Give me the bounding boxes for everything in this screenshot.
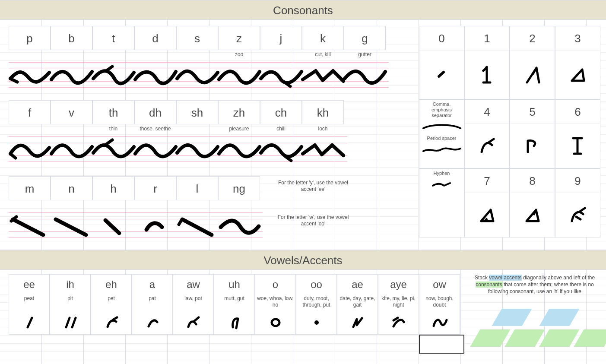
vowel-glyph-ee xyxy=(9,311,49,334)
num-head: 8 xyxy=(510,169,555,193)
glyph-strip-row3 xyxy=(9,210,263,241)
vowel-glyph-oo xyxy=(296,311,336,334)
vowel-hint: pit xyxy=(50,294,90,311)
cons-letter: t xyxy=(92,26,134,50)
vowel-hint: mutt, gut xyxy=(214,294,254,311)
cons-hint: chill xyxy=(260,124,302,134)
cons-letter: b xyxy=(51,26,92,50)
vowel-glyph-ow xyxy=(419,311,460,334)
diamond-illustration xyxy=(462,309,605,361)
vowel-hint: pet xyxy=(91,294,131,311)
num-head: 2 xyxy=(510,26,555,51)
vowel-sym: ae xyxy=(337,275,378,294)
num-glyph-9 xyxy=(555,193,600,237)
cons-letter: g xyxy=(344,26,386,50)
numbers-panel: 0 1 2 3 Comma, emphasis separator Period… xyxy=(419,26,600,237)
cons-hint xyxy=(51,124,92,134)
cons-letter: dh xyxy=(134,100,176,124)
cons-letter: ch xyxy=(260,100,302,124)
num-head: 6 xyxy=(555,100,600,124)
cons-hint xyxy=(176,200,218,210)
num-head: 9 xyxy=(555,169,600,193)
num-glyph-0 xyxy=(419,51,464,99)
vowel-sym: aw xyxy=(173,275,213,294)
consonants-header: Consonants xyxy=(0,0,606,20)
cons-letter: sh xyxy=(176,100,218,124)
vowel-sym: o xyxy=(255,275,295,294)
cons-letter: d xyxy=(134,26,176,50)
cons-hint: gutter xyxy=(344,50,386,60)
consonant-row-2: f v th dh sh zh ch kh thin those, seethe… xyxy=(9,100,347,165)
cons-hint xyxy=(260,50,302,60)
cons-hint xyxy=(9,124,51,134)
cons-letter: p xyxy=(9,26,51,50)
cons-hint: thin xyxy=(92,124,134,134)
consonant-row-1: p b t d s z j k g zoo cut, kill gutter xyxy=(9,26,389,91)
vowel-table: eepeat ihpit ehpet apat awlaw, pot uhmut… xyxy=(9,274,460,335)
svg-point-1 xyxy=(314,320,319,325)
stack-hint-text: that come after them; where there is no … xyxy=(488,282,594,294)
vowel-sym: uh xyxy=(214,275,254,294)
glyph-strip-row2 xyxy=(9,134,347,165)
cons-hint: pleasure xyxy=(218,124,260,134)
num-head: 0 xyxy=(419,26,464,51)
vowel-glyph-uh xyxy=(214,311,254,334)
num-glyph-7 xyxy=(465,193,509,237)
cons-hint xyxy=(92,200,134,210)
cons-hint xyxy=(176,124,218,134)
highlight-consonants: consonants xyxy=(476,282,502,288)
highlight-vowel-accents: vowel accents xyxy=(489,275,521,281)
cons-hint: those, seethe xyxy=(134,124,176,134)
num-head: 5 xyxy=(510,100,555,124)
cons-hint: cut, kill xyxy=(302,50,344,60)
vowel-hint: date, day, gate, gait xyxy=(337,294,378,311)
vowel-glyph-o xyxy=(255,311,295,334)
vowel-sym: aye xyxy=(378,275,419,294)
comma-label: Comma, emphasis separator xyxy=(419,100,464,120)
selected-cell[interactable] xyxy=(419,335,464,354)
vowel-glyph-aw xyxy=(173,311,213,334)
vowel-sym: oo xyxy=(296,275,336,294)
svg-point-0 xyxy=(272,319,279,326)
cons-letter: zh xyxy=(218,100,260,124)
vowel-hint: now, bough, doubt xyxy=(419,294,460,311)
vowel-glyph-aye xyxy=(378,311,419,334)
cons-hint xyxy=(9,50,51,60)
num-glyph-5 xyxy=(510,124,555,168)
cons-letter: v xyxy=(51,100,92,124)
num-glyph-3 xyxy=(555,51,600,99)
num-head: 4 xyxy=(465,100,509,124)
hyphen-glyph xyxy=(419,178,464,192)
num-glyph-6 xyxy=(555,124,600,168)
vowel-sym: ih xyxy=(50,275,90,294)
period-label: Period spacer xyxy=(419,134,464,143)
vowel-sym: ee xyxy=(9,275,49,294)
vowel-hint: woe, whoa, low, no xyxy=(255,294,295,311)
vowel-sym: a xyxy=(132,275,172,294)
consonant-row-3: m n h r l ng xyxy=(9,176,263,241)
cons-hint: loch xyxy=(302,124,344,134)
vowels-grid: eepeat ihpit ehpet apat awlaw, pot uhmut… xyxy=(0,270,606,364)
cons-letter: j xyxy=(260,26,302,50)
num-head: 3 xyxy=(555,26,600,51)
cons-letter: z xyxy=(218,26,260,50)
vowel-hint: kite, my, lie, pi, night xyxy=(378,294,419,311)
vowels-header: Vowels/Accents xyxy=(0,250,606,270)
comma-glyph xyxy=(419,120,464,134)
num-glyph-1 xyxy=(465,51,509,99)
vowel-sym: ow xyxy=(419,275,460,294)
cons-hint xyxy=(218,200,260,210)
cons-letter: th xyxy=(92,100,134,124)
num-glyph-2 xyxy=(510,51,555,99)
vowel-glyph-ae xyxy=(337,311,378,334)
cons-letter: r xyxy=(134,176,176,200)
cons-hint xyxy=(51,50,92,60)
num-head: 1 xyxy=(465,26,509,51)
vowel-hint: law, pot xyxy=(173,294,213,311)
cons-letter: h xyxy=(92,176,134,200)
vowel-sym: eh xyxy=(91,275,131,294)
hyphen-label: Hyphen xyxy=(419,169,464,178)
consonants-grid: p b t d s z j k g zoo cut, kill gutter xyxy=(0,20,606,250)
cons-letter: k xyxy=(302,26,344,50)
vowel-hint: duty, moot, through, put xyxy=(296,294,336,311)
